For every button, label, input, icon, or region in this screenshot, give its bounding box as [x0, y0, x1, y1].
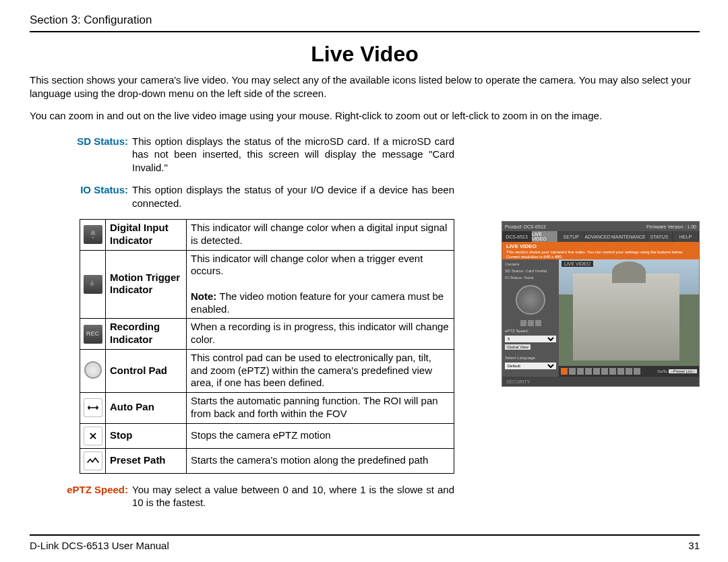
desc-text: This indicator will change color when a … — [191, 253, 423, 277]
indicator-name: Stop — [106, 423, 187, 448]
eptz-label: ePTZ Speed: — [30, 483, 132, 509]
shot-sd-status: SD Status: Card Invalid — [505, 269, 556, 273]
shot-tool-btn — [601, 368, 608, 375]
table-row: Stop Stops the camera ePTZ motion — [80, 423, 454, 448]
indicator-name: Recording Indicator — [106, 319, 187, 350]
shot-lang-select: Default — [505, 363, 556, 369]
shot-video: LIVE VIDEO GoTo --Preset List-- — [559, 259, 699, 377]
section-header: Section 3: Configuration — [30, 13, 700, 32]
shot-tool-btn — [609, 368, 616, 375]
icon-cell: REC — [80, 319, 106, 350]
shot-lang-label: Select Language — [505, 356, 556, 360]
shot-model: DCS-6513 — [502, 231, 532, 242]
indicator-desc: Starts the camera's motion along the pre… — [187, 448, 454, 473]
note-text: The video motion feature for your camera… — [191, 290, 444, 315]
shot-banner-text: This section shows your camera's live vi… — [506, 250, 684, 259]
shot-camera-label: Camera — [505, 262, 556, 266]
stop-icon — [84, 427, 102, 445]
eptz-text: You may select a value between 0 and 10,… — [132, 483, 454, 509]
shot-tool-btn — [569, 368, 576, 375]
shot-tool-btn — [593, 368, 600, 375]
shot-fw: Firmware Version : 1.00 — [646, 224, 696, 229]
icon-cell — [80, 448, 106, 473]
intro-paragraph-1: This section shows your camera's live vi… — [30, 73, 700, 100]
table-row: Digital Input Indicator This indicator w… — [80, 220, 454, 251]
indicator-desc: This indicator will change color when a … — [187, 220, 454, 251]
icon-cell — [80, 349, 106, 392]
shot-ctrl-btn — [520, 320, 526, 326]
rec-icon: REC — [84, 325, 102, 344]
indicator-name: Preset Path — [106, 448, 187, 473]
shot-tab: LIVE VIDEO — [532, 231, 558, 242]
table-row: REC Recording Indicator When a recording… — [80, 319, 454, 350]
indicator-desc: Stops the camera ePTZ motion — [187, 423, 454, 448]
shot-ctrl-btn — [535, 320, 541, 326]
shot-tab: SETUP — [558, 231, 584, 242]
icon-cell — [80, 423, 106, 448]
shot-io-status: IO Status: None — [505, 276, 556, 280]
indicator-name: Control Pad — [106, 349, 187, 392]
shot-preset-list: --Preset List-- — [669, 369, 697, 373]
shot-goto: GoTo — [657, 369, 667, 373]
shot-footer: SECURITY — [502, 377, 699, 386]
shot-eptz-select: 5 — [505, 336, 556, 342]
def-io-status: IO Status: This option displays the stat… — [30, 183, 454, 210]
shot-tool-btn — [626, 368, 632, 375]
page-footer: D-Link DCS-6513 User Manual 31 — [30, 534, 700, 551]
def-text: This option displays the status of the m… — [132, 135, 454, 175]
shot-sidebar: Camera SD Status: Card Invalid IO Status… — [502, 259, 559, 377]
svg-point-0 — [91, 281, 92, 282]
shot-banner: LIVE VIDEO This section shows your camer… — [502, 242, 699, 259]
def-label: IO Status: — [30, 183, 132, 210]
footer-left: D-Link DCS-6513 User Manual — [30, 540, 169, 551]
motion-icon — [84, 275, 102, 294]
shot-tool-btn — [634, 368, 640, 375]
icon-cell — [80, 250, 106, 319]
control-pad-icon — [84, 361, 102, 379]
shot-global-btn: Global View — [505, 344, 530, 350]
shot-tool-btn — [585, 368, 592, 375]
indicator-desc: When a recording is in progress, this in… — [187, 319, 454, 350]
def-label: SD Status: — [30, 135, 132, 175]
indicator-desc: This control pad can be used to electron… — [187, 349, 454, 392]
shot-product: Product: DCS-6513 — [505, 224, 546, 229]
shot-tool-btn — [617, 368, 624, 375]
definitions: SD Status: This option displays the stat… — [30, 135, 454, 210]
shot-toolbar: GoTo --Preset List-- — [559, 366, 699, 377]
table-row: Motion Trigger Indicator This indicator … — [80, 250, 454, 319]
shot-tab: HELP — [673, 231, 699, 242]
page-title: Live Video — [30, 42, 700, 67]
shot-video-title: LIVE VIDEO — [562, 261, 593, 267]
shot-eptz-label: ePTZ Speed: — [505, 329, 556, 333]
shot-tool-btn — [561, 368, 568, 375]
eptz-definition: ePTZ Speed: You may select a value betwe… — [30, 483, 454, 509]
table-row: Auto Pan Starts the automatic panning fu… — [80, 393, 454, 424]
camera-ui-screenshot: Product: DCS-6513 Firmware Version : 1.0… — [502, 221, 700, 387]
icon-table: Digital Input Indicator This indicator w… — [80, 219, 454, 474]
indicator-name: Motion Trigger Indicator — [106, 250, 187, 319]
shot-ctrl-btn — [528, 320, 534, 326]
shot-banner-title: LIVE VIDEO — [506, 243, 695, 250]
def-text: This option displays the status of your … — [132, 183, 454, 210]
table-row: Preset Path Starts the camera's motion a… — [80, 448, 454, 473]
bell-icon — [84, 225, 102, 244]
preset-icon — [84, 451, 102, 470]
indicator-name: Digital Input Indicator — [106, 220, 187, 251]
shot-tabs: DCS-6513 LIVE VIDEO SETUP ADVANCED MAINT… — [502, 231, 699, 242]
autopan-icon — [84, 398, 102, 417]
def-sd-status: SD Status: This option displays the stat… — [30, 135, 454, 175]
icon-cell — [80, 220, 106, 251]
indicator-desc: This indicator will change color when a … — [187, 250, 454, 319]
intro-paragraph-2: You can zoom in and out on the live vide… — [30, 109, 700, 123]
shot-tab: MAINTENANCE — [611, 231, 646, 242]
footer-page: 31 — [688, 540, 700, 551]
table-row: Control Pad This control pad can be used… — [80, 349, 454, 392]
icon-cell — [80, 393, 106, 424]
shot-control-pad — [516, 285, 545, 315]
indicator-desc: Starts the automatic panning function. T… — [187, 393, 454, 424]
shot-tool-btn — [577, 368, 584, 375]
indicator-name: Auto Pan — [106, 393, 187, 424]
shot-tab: ADVANCED — [584, 231, 611, 242]
shot-tab: STATUS — [646, 231, 673, 242]
